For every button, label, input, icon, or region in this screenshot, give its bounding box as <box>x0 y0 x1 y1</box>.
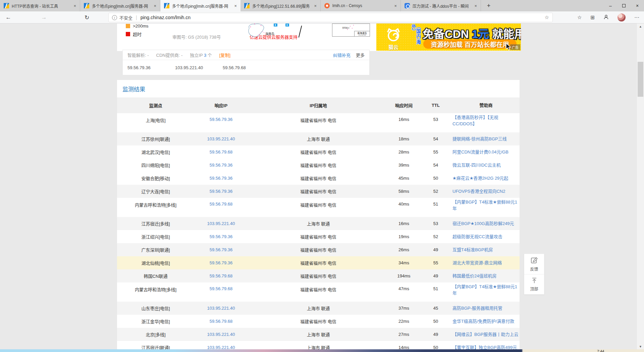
tab-close-icon[interactable]: × <box>393 3 398 8</box>
person-icon[interactable] <box>603 14 609 21</box>
response-ip-link[interactable]: 59.56.79.36 <box>194 163 248 168</box>
table-row: 内蒙古呼和浩特[多线] 59.56.79.68 福建省福州市 电信 47ms 5… <box>117 282 520 302</box>
col-header-time: 响应时间 <box>389 102 419 108</box>
window-maximize-button[interactable] <box>617 0 631 11</box>
ttl-value: 54 <box>419 136 452 141</box>
browser-tab-1[interactable]: HTTP状态查询 - 站长工具 × <box>0 0 80 11</box>
legend-label: 超时 <box>133 31 142 37</box>
monitor-point: 湖北仙桃[电信] <box>117 260 194 266</box>
sponsor-link[interactable]: 【内蒙BGP】T4标准★尝鲜88元1年 <box>452 198 520 212</box>
col-header-point: 监测点 <box>117 102 194 108</box>
sponsor-link[interactable]: 【内蒙BGP】T4标准★尝鲜88元1年 <box>452 282 520 296</box>
more-link[interactable]: 更多 <box>356 52 365 58</box>
favorites-icon[interactable]: ☆ <box>577 14 582 20</box>
response-ip-link[interactable]: 59.56.79.68 <box>194 319 248 324</box>
sponsor-link[interactable]: ★麻花云★香港2H2G 29元起 <box>452 175 520 181</box>
response-ip-link[interactable]: 103.95.221.40 <box>194 332 248 337</box>
url-text[interactable]: ping.chinaz.com/lmih.cn <box>141 15 545 20</box>
response-ip-link[interactable]: 59.56.79.68 <box>194 149 248 155</box>
scroll-up-icon[interactable]: ▲ <box>637 24 644 29</box>
browser-tab-4[interactable]: 多个地点ping[122.51.66.89]服务 × <box>240 0 321 11</box>
sponsor-link[interactable]: UFOVPS香港全程双向CN2 <box>452 188 520 194</box>
ad-subline: 资源秒加载 百万站长都在用 <box>423 39 517 49</box>
table-row: 内蒙古呼和浩特[多线] 59.56.79.68 福建省福州市 电信 40ms 5… <box>117 198 520 217</box>
refresh-button[interactable]: ↻ <box>83 13 91 22</box>
response-ip-link[interactable]: 59.56.79.68 <box>194 282 248 291</box>
table-row: 辽宁大连[电信] 59.56.79.36 福建省福州市 电信 58ms 52 U… <box>117 185 520 198</box>
window-minimize-button[interactable]: – <box>604 0 617 11</box>
info-icon[interactable]: i <box>112 15 117 20</box>
cat-logo-icon <box>384 28 403 42</box>
response-ip-link[interactable]: 59.56.79.68 <box>194 198 248 207</box>
window-close-button[interactable]: × <box>631 0 644 11</box>
back-to-top-button[interactable]: 顶部 <box>524 274 544 294</box>
ttl-value: 53 <box>419 221 452 226</box>
response-ip-link[interactable]: 59.56.79.36 <box>194 189 248 194</box>
url-box[interactable]: i 不安全 | ping.chinaz.com/lmih.cn ☆ <box>108 13 553 22</box>
response-ip-link[interactable]: 103.95.221.40 <box>194 221 248 226</box>
sponsor-link[interactable]: 宿迁BGP★100G高防秒解249元 <box>452 220 520 227</box>
tab-title: HTTP状态查询 - 站长工具 <box>12 3 72 9</box>
new-tab-button[interactable]: + <box>481 0 496 11</box>
address-bar: ← → ↻ i 不安全 | ping.chinaz.com/lmih.cn ☆ … <box>0 11 644 24</box>
monitor-point: 上海[电信] <box>117 113 194 123</box>
response-time: 26ms <box>389 247 419 252</box>
monitor-point: 韩国CN联通 <box>117 273 194 279</box>
ad-banner[interactable]: 猫云 （国内/海外） 免备CDN 1元 就能用 资源秒加载 百万站长都在用 广告 <box>376 24 521 51</box>
table-row: 安徽合肥[移动] 59.56.79.36 福建省福州市 电信 45ms 50 ★… <box>117 172 520 185</box>
more-menu-icon[interactable]: ⋯ <box>634 14 639 20</box>
tab-close-icon[interactable]: × <box>473 3 478 8</box>
tab-close-icon[interactable]: × <box>72 3 77 8</box>
sponsor-link[interactable]: 微云互联-四川IDC云主机 <box>452 162 520 168</box>
tab-title: 多个地点ping[lmih.cn]服务器-网 <box>172 3 233 9</box>
section-title: 监测结果 <box>122 85 145 93</box>
dns-ip-list: 59.56.79.36 103.95.221.40 59.56.79.68 <box>123 60 369 75</box>
response-ip-link[interactable]: 59.56.79.68 <box>194 273 248 278</box>
scrollbar-thumb[interactable] <box>638 62 643 97</box>
response-ip-link[interactable]: 59.56.79.36 <box>194 234 248 239</box>
ip-value[interactable]: 59.56.79.36 <box>127 65 175 70</box>
tab-close-icon[interactable]: × <box>313 3 318 8</box>
browser-tab-5[interactable]: lmih.cn - Censys × <box>321 0 401 11</box>
browser-tab-6[interactable]: 压力测试 - 路人ddos平台 - 瞬间 × <box>401 0 481 11</box>
ttl-value: 50 <box>419 176 452 181</box>
browser-tab-3-active[interactable]: 多个地点ping[lmih.cn]服务器-网 × <box>160 0 240 11</box>
tab-close-icon[interactable]: × <box>153 3 157 8</box>
sponsor-link[interactable]: 互盟T4标准BGP机房 <box>452 247 520 253</box>
response-ip-link[interactable]: 103.95.221.40 <box>194 306 248 311</box>
sponsor-link[interactable]: 阿里CDN流量计费0.04元/GB <box>452 149 520 155</box>
sponsor-link[interactable]: 【香港高防秒开】【无视CC/DDOS】 <box>452 113 520 127</box>
sponsor-link[interactable]: 超级防御无视CC流量攻击 <box>452 233 520 240</box>
add-favorite-icon[interactable]: ☆ <box>545 14 549 20</box>
sponsor-link[interactable]: 韩国最低价24值班机房 <box>452 273 520 279</box>
response-ip-link[interactable]: 59.56.79.36 <box>194 247 248 252</box>
sponsor-link[interactable]: 湖北大带宽资源-鼎立网络 <box>452 260 520 266</box>
collections-icon[interactable]: ⊞ <box>590 14 595 20</box>
tab-title: lmih.cn - Censys <box>332 3 393 8</box>
response-ip-link[interactable]: 103.95.221.40 <box>194 136 248 141</box>
response-ip-link[interactable]: 59.56.79.36 <box>194 113 248 122</box>
back-button[interactable]: ← <box>4 13 13 22</box>
sponsor-link[interactable]: 【网维云】BGP服务器丨助力上云 <box>452 331 520 338</box>
sponsor-link[interactable]: 金华T级高防/免费防护/满意付款 <box>452 318 520 324</box>
response-ip-link[interactable]: 59.56.79.36 <box>194 260 248 265</box>
tab-close-icon[interactable]: × <box>233 3 238 8</box>
sponsor-link[interactable]: 高防BGP-服务器租用托管 <box>452 305 520 311</box>
profile-avatar[interactable] <box>618 13 626 21</box>
sponsor-link[interactable]: 捷联网络-徐州高防BGP三线 <box>452 136 520 142</box>
ip-value[interactable]: 59.56.79.68 <box>223 65 270 70</box>
response-ip-link[interactable]: 59.56.79.36 <box>194 176 248 181</box>
feedback-button[interactable]: 反馈 <box>524 254 544 274</box>
window-controls: – × <box>604 0 644 11</box>
copy-button[interactable]: [复制] <box>219 52 230 58</box>
to-top-arrow-icon <box>531 277 538 284</box>
response-time: 16ms <box>389 221 419 226</box>
browser-tab-2[interactable]: 多个地点ping[lmih.cn]服务器-网 × <box>80 0 160 11</box>
ip-value[interactable]: 103.95.221.40 <box>175 65 223 70</box>
response-time: 16ms <box>389 113 419 122</box>
vertical-scrollbar[interactable]: ▲ ▼ <box>637 24 644 349</box>
forward-button[interactable]: → <box>40 13 48 22</box>
ttl-value: 49 <box>419 273 452 278</box>
scroll-down-icon[interactable]: ▼ <box>637 344 644 349</box>
correction-link[interactable]: 纠错补充 <box>333 52 351 58</box>
